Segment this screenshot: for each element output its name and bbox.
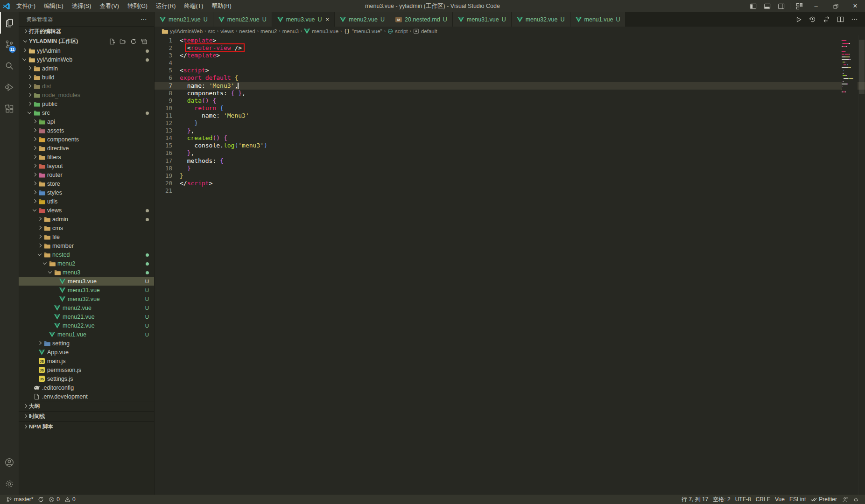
tab-menu31.vue[interactable]: menu31.vueU xyxy=(453,12,512,27)
tab-menu21.vue[interactable]: menu21.vueU xyxy=(155,12,213,27)
tree-item-public[interactable]: public xyxy=(19,99,154,108)
code-editor[interactable]: 1<template>2 <router-view />3</template>… xyxy=(155,35,865,495)
tab-menu22.vue[interactable]: menu22.vueU xyxy=(213,12,272,27)
activity-run-and-debug[interactable] xyxy=(0,77,19,98)
code-line-3[interactable]: 3</template> xyxy=(155,52,865,59)
toggle-secondary-sidebar-icon[interactable] xyxy=(774,0,788,12)
tree-item-permission.js[interactable]: JSpermission.js xyxy=(19,365,154,374)
tab-menu2.vue[interactable]: menu2.vueU xyxy=(335,12,390,27)
status-feedback-icon[interactable] xyxy=(839,497,851,503)
tree-item-file[interactable]: file xyxy=(19,232,154,241)
tree-item-menu2[interactable]: menu2 xyxy=(19,259,154,268)
tree-item-filters[interactable]: filters xyxy=(19,153,154,161)
tree-item-router[interactable]: router xyxy=(19,170,154,179)
breadcrumb-item-views[interactable]: views xyxy=(220,28,234,34)
tree-item-App.vue[interactable]: App.vue xyxy=(19,348,154,357)
tree-item-admin[interactable]: admin xyxy=(19,64,154,73)
tree-item-nested[interactable]: nested xyxy=(19,250,154,259)
workspace-section-header[interactable]: YYLADMIN (工作区) xyxy=(19,36,154,46)
status-0[interactable]: 0 xyxy=(46,495,62,504)
status-Vue[interactable]: Vue xyxy=(773,496,787,503)
tree-item-.env.development[interactable]: .env.development xyxy=(19,392,154,401)
code-line-18[interactable]: 18 } xyxy=(155,165,865,172)
run-icon[interactable] xyxy=(795,16,802,23)
tree-item-menu2.vue[interactable]: menu2.vueU xyxy=(19,303,154,312)
breadcrumb-item-script[interactable]: script xyxy=(387,28,408,34)
scrollbar[interactable] xyxy=(858,35,865,495)
breadcrumb-item-menu3[interactable]: menu3 xyxy=(282,28,299,34)
activity-search[interactable] xyxy=(0,55,19,77)
status-0[interactable]: 0 xyxy=(62,495,78,504)
code-line-17[interactable]: 17 methods: { xyxy=(155,157,865,165)
toggle-sidebar-icon[interactable] xyxy=(746,0,760,12)
tree-item-menu3[interactable]: menu3 xyxy=(19,268,154,277)
tree-item-menu21.vue[interactable]: menu21.vueU xyxy=(19,312,154,321)
code-line-10[interactable]: 10 return { xyxy=(155,105,865,112)
tree-item-utils[interactable]: utils xyxy=(19,197,154,206)
status-UTF-8[interactable]: UTF-8 xyxy=(733,496,753,503)
menu-H[interactable]: 帮助(H) xyxy=(207,0,235,12)
tree-item-menu1.vue[interactable]: menu1.vueU xyxy=(19,330,154,339)
tab-menu32.vue[interactable]: menu32.vueU xyxy=(512,12,570,27)
status-bell-icon[interactable] xyxy=(851,497,861,503)
tree-item-dist[interactable]: dist xyxy=(19,82,154,91)
tree-item-build[interactable]: build xyxy=(19,73,154,82)
activity-source-control[interactable]: 11 xyxy=(0,34,19,55)
tree-item-menu22.vue[interactable]: menu22.vueU xyxy=(19,321,154,330)
menu-S[interactable]: 选择(S) xyxy=(68,0,96,12)
history-icon[interactable] xyxy=(809,16,816,23)
activity-explorer[interactable] xyxy=(0,12,19,34)
tree-item-api[interactable]: api xyxy=(19,117,154,126)
tree-item-admin[interactable]: admin xyxy=(19,215,154,224)
refresh-icon[interactable] xyxy=(130,38,137,45)
menu-V[interactable]: 查看(V) xyxy=(95,0,123,12)
status-ESLint[interactable]: ESLint xyxy=(787,496,808,503)
tree-item-assets[interactable]: assets xyxy=(19,126,154,135)
collapse-all-icon[interactable] xyxy=(141,38,148,45)
tree-item-views[interactable]: views xyxy=(19,206,154,215)
breadcrumb-item-menu2[interactable]: menu2 xyxy=(260,28,277,34)
status-CRLF[interactable]: CRLF xyxy=(753,496,773,503)
tree-item-menu3.vue[interactable]: menu3.vueU xyxy=(19,277,154,286)
tree-item-yylAdminWeb[interactable]: yylAdminWeb xyxy=(19,55,154,64)
tree-item-menu32.vue[interactable]: menu32.vueU xyxy=(19,294,154,303)
code-line-21[interactable]: 21 xyxy=(155,187,865,195)
more-actions-icon[interactable]: ⋯ xyxy=(141,15,148,23)
tree-item-styles[interactable]: styles xyxy=(19,188,154,197)
code-line-7[interactable]: 7 name: 'Menu3', xyxy=(155,82,865,90)
menu-T[interactable]: 终端(T) xyxy=(180,0,207,12)
status-master*[interactable]: master* xyxy=(4,495,35,504)
tree-item-menu31.vue[interactable]: menu31.vueU xyxy=(19,286,154,294)
menu-E[interactable]: 编辑(E) xyxy=(40,0,68,12)
code-line-16[interactable]: 16 }, xyxy=(155,149,865,157)
tree-item-node_modules[interactable]: node_modules xyxy=(19,91,154,99)
section-NPM 脚本[interactable]: NPM 脚本 xyxy=(19,421,154,432)
activity-settings[interactable] xyxy=(0,473,19,495)
maximize-button[interactable] xyxy=(826,0,845,12)
compare-icon[interactable] xyxy=(823,16,830,23)
code-line-11[interactable]: 11 name: 'Menu3' xyxy=(155,112,865,119)
tree-item-member[interactable]: member xyxy=(19,241,154,250)
minimap[interactable] xyxy=(842,40,858,97)
more-actions-icon[interactable] xyxy=(851,16,858,23)
code-line-1[interactable]: 1<template> xyxy=(155,37,865,44)
status-行 7, 列 17[interactable]: 行 7, 列 17 xyxy=(679,496,710,504)
open-editors-section[interactable]: 打开的编辑器 xyxy=(19,26,154,36)
breadcrumb-item-menu3.vue[interactable]: menu3.vue xyxy=(304,28,338,34)
close-icon[interactable]: × xyxy=(326,16,330,23)
code-line-15[interactable]: 15 console.log('menu3') xyxy=(155,142,865,149)
customize-layout-icon[interactable] xyxy=(792,0,806,12)
tree-item-cms[interactable]: cms xyxy=(19,224,154,232)
code-line-6[interactable]: 6export default { xyxy=(155,74,865,82)
tree-item-.editorconfig[interactable]: .editorconfig xyxy=(19,383,154,392)
activity-account[interactable] xyxy=(0,452,19,473)
code-line-12[interactable]: 12 } xyxy=(155,119,865,127)
new-file-icon[interactable] xyxy=(109,38,115,45)
tree-item-directive[interactable]: directive xyxy=(19,144,154,153)
code-line-2[interactable]: 2 <router-view /> xyxy=(155,44,865,52)
code-line-20[interactable]: 20</script> xyxy=(155,180,865,187)
scrollbar-slider[interactable] xyxy=(859,40,865,94)
section-时间线[interactable]: 时间线 xyxy=(19,411,154,421)
tab-20.nested.md[interactable]: M20.nested.mdU xyxy=(390,12,453,27)
status-Prettier[interactable]: Prettier xyxy=(808,496,839,503)
